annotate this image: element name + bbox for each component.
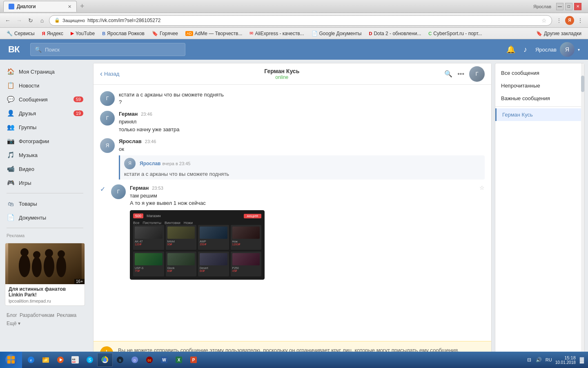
chrome-icon [101, 356, 109, 364]
steam-icon: S [116, 356, 124, 364]
message-star-icon[interactable]: ☆ [479, 184, 485, 191]
vk-search-bar[interactable]: 🔍 [30, 43, 185, 56]
right-scrollbar[interactable] [581, 63, 584, 364]
bookmark-aliexpress[interactable]: ✉ AliExpress - качеств... [246, 30, 307, 37]
footer-dev-link[interactable]: Разработчикам [20, 312, 54, 318]
scrollbar-thumb[interactable] [581, 76, 584, 92]
extensions-icon[interactable]: ⋮ [555, 16, 564, 25]
footer-more-link[interactable]: Ещё ▾ [7, 321, 20, 326]
footer-ads-link[interactable]: Реклама [57, 312, 76, 318]
bookmark-gdocs[interactable]: 📄 Google Документы [308, 30, 365, 37]
vk-avatar[interactable]: Я [560, 42, 575, 57]
vk-username: Ярослав [535, 47, 557, 53]
important-messages-item[interactable]: Важные сообщения [495, 92, 584, 105]
taskbar-media[interactable] [53, 353, 68, 367]
vk-bookmark-icon: В [102, 31, 105, 36]
nav-friends[interactable]: 👤 Друзья 19 [0, 106, 90, 120]
tab-close-button[interactable]: ✕ [68, 4, 71, 9]
taskbar-word[interactable]: W [157, 353, 172, 367]
chat-more-icon[interactable]: ••• [457, 70, 464, 78]
menu-icon[interactable]: ⋮ [576, 16, 585, 25]
bookmark-other-label: Другие закладки [544, 31, 581, 36]
message-image-placeholder[interactable]: 500 Магазин АКЦИЯ Все Пистолеты Винтовки… [130, 210, 265, 280]
vk-ad-image: 16+ [5, 243, 85, 284]
network-icon[interactable]: ⊟ [525, 356, 533, 364]
user-dropdown-icon[interactable]: ▾ [578, 47, 580, 52]
chat-header: ‹ Назад Герман Кусь online 🔍 ••• Г [94, 63, 491, 85]
notifications-icon[interactable]: 🔔 [506, 45, 515, 54]
nav-docs[interactable]: 📄 Документы [0, 211, 90, 224]
taskbar-abnet[interactable]: AB net [68, 353, 82, 367]
nav-messages[interactable]: 💬 Сообщения 59 [0, 92, 90, 106]
bookmark-adme[interactable]: AD AdMe — Творчеств... [182, 30, 245, 37]
taskbar-steam[interactable]: S [113, 353, 127, 367]
search-input[interactable] [45, 47, 181, 53]
bookmark-yandex[interactable]: Я Яндекс [39, 30, 67, 37]
nav-groups[interactable]: 👥 Группы [0, 120, 90, 134]
all-messages-item[interactable]: Все сообщения [495, 67, 584, 79]
nav-market[interactable]: 🛍 Товары [0, 197, 90, 211]
image-item-2: M4A4 95₽ [166, 225, 197, 250]
bookmark-dota[interactable]: D Dota 2 - обновлени... [365, 30, 424, 37]
chat-back-button[interactable]: ‹ Назад [100, 70, 119, 78]
vk-ad-block[interactable]: 16+ Для истинных фанатов Linkin Park! lp… [5, 243, 85, 306]
minimize-button[interactable]: — [556, 3, 564, 10]
bookmark-youtube[interactable]: ▶ YouTube [67, 30, 98, 37]
nav-market-label: Товары [19, 201, 37, 207]
bookmark-cybersport[interactable]: C CyberSport.ru - порт... [425, 30, 485, 37]
message-header-2: Ярослав 23:46 [119, 138, 485, 144]
taskbar-explorer[interactable]: 📁 [38, 353, 53, 367]
music-icon[interactable]: ♪ [523, 45, 527, 54]
back-button[interactable]: ← [3, 16, 12, 25]
start-button[interactable] [0, 352, 22, 368]
vk-logo[interactable]: ВК [8, 43, 22, 56]
taskbar-ie[interactable]: e [24, 353, 38, 367]
unread-messages-item[interactable]: Непрочитанные [495, 79, 584, 92]
chrome-user-icon[interactable]: Я [565, 16, 574, 25]
show-desktop-button[interactable]: ▓ [580, 357, 584, 363]
forward-button[interactable]: → [15, 16, 24, 25]
nav-my-page[interactable]: 🏠 Моя Страница [0, 65, 90, 79]
taskbar-clock[interactable]: 15:18 10.01.2018 [555, 355, 576, 365]
german-contact-item[interactable]: Герман Кусь [495, 108, 584, 121]
item-name-3: AWP [200, 240, 227, 243]
browser-tab[interactable]: Диалоги ✕ [3, 1, 77, 12]
bookmark-other[interactable]: 🔖 Другие закладки [533, 30, 585, 37]
svg-text:D2: D2 [148, 359, 151, 362]
system-tray-icons: ⊟ 🔊 RU [525, 356, 553, 364]
reload-button[interactable]: ↻ [26, 16, 35, 25]
volume-icon[interactable]: 🔊 [535, 356, 543, 364]
nav-photos[interactable]: 📷 Фотографии [0, 134, 90, 148]
close-button[interactable]: ✕ [574, 3, 581, 10]
bookmark-yaroslav[interactable]: В Ярослав Рожков [99, 30, 148, 37]
footer-blog-link[interactable]: Блог [7, 312, 17, 318]
bookmark-services[interactable]: 🔧 Сервисы [3, 30, 38, 37]
skype-icon: S [86, 356, 94, 364]
nav-video[interactable]: 📹 Видео [0, 162, 90, 176]
taskbar-excel[interactable]: X [172, 353, 186, 367]
language-icon[interactable]: RU [545, 356, 553, 364]
bookmark-star-icon[interactable]: ☆ [541, 17, 547, 24]
address-bar[interactable]: 🔒 Защищено https://vk.com/im?sel=2861052… [49, 15, 552, 26]
taskbar-chrome[interactable] [97, 353, 113, 367]
nav-news[interactable]: 📋 Новости [0, 79, 90, 92]
new-tab-button[interactable]: + [80, 2, 85, 11]
maximize-button[interactable]: □ [565, 3, 572, 10]
vk-user-area[interactable]: Ярослав Я ▾ [535, 42, 580, 57]
message-text-6: там решим [130, 192, 485, 200]
taskbar-discord[interactable]: D [127, 353, 142, 367]
chat-header-avatar[interactable]: Г [469, 66, 485, 82]
svg-point-3 [20, 248, 29, 256]
chat-search-icon[interactable]: 🔍 [444, 70, 452, 78]
nav-music[interactable]: 🎵 Музыка [0, 148, 90, 162]
message-content-3: Ярослав 23:46 ок Я Ярослав вчера в 23:45… [119, 138, 485, 180]
url-text[interactable]: https://vk.com/im?sel=286105272 [87, 18, 539, 23]
taskbar-skype[interactable]: S [82, 353, 97, 367]
message-text-4: только начну уже завтра [119, 126, 485, 133]
nav-games[interactable]: 🎮 Игры [0, 176, 90, 190]
taskbar-dota[interactable]: D2 [142, 353, 157, 367]
messages-badge: 59 [74, 96, 83, 102]
home-button[interactable]: ⌂ [38, 16, 47, 25]
bookmark-hot[interactable]: 🔖 Горячее [149, 30, 181, 37]
taskbar-powerpoint[interactable]: P [186, 353, 201, 367]
